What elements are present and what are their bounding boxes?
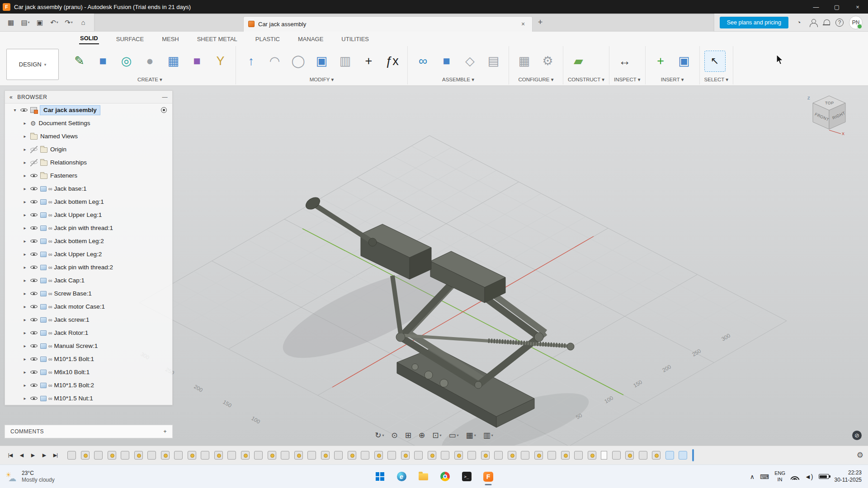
insert-image-icon[interactable]: ▣ — [674, 51, 695, 72]
minimize-panel-icon[interactable]: — — [162, 94, 168, 100]
browser-item[interactable]: ▸⚙Document Settings — [5, 117, 172, 130]
timeline-feature-icon[interactable] — [348, 451, 356, 460]
change-parameters-icon[interactable]: ƒx — [382, 51, 403, 72]
see-plans-button[interactable]: See plans and pricing — [720, 17, 788, 28]
notifications-icon[interactable] — [823, 19, 830, 26]
visibility-eye-icon[interactable] — [30, 238, 38, 245]
timeline-feature-icon[interactable] — [281, 451, 289, 460]
timeline-feature-icon[interactable] — [561, 451, 570, 460]
expand-arrow-icon[interactable]: ▸ — [22, 173, 28, 178]
extrude-icon[interactable]: ■ — [92, 51, 113, 72]
grid-settings-icon[interactable]: ▦▾ — [466, 431, 476, 440]
timeline-feature-icon[interactable] — [334, 451, 343, 460]
visibility-eye-icon[interactable] — [30, 159, 38, 166]
browser-item[interactable]: ▸∞Screw Base:1 — [5, 287, 172, 300]
expand-arrow-icon[interactable]: ▸ — [22, 370, 28, 375]
timeline-feature-icon[interactable] — [134, 451, 143, 460]
timeline-feature-icon[interactable] — [467, 451, 476, 460]
timeline-feature-icon[interactable] — [94, 451, 103, 460]
expand-arrow-icon[interactable]: ▸ — [22, 396, 28, 401]
visibility-eye-icon[interactable] — [30, 251, 38, 258]
orbit-icon[interactable]: ↻▾ — [375, 431, 384, 440]
go-to-start-button[interactable]: |◀ — [5, 452, 16, 458]
tray-chevron-icon[interactable]: ∧ — [750, 473, 755, 480]
visibility-eye-icon[interactable] — [30, 290, 38, 297]
document-tab[interactable]: Car jack assembly × — [243, 16, 533, 32]
new-tab-button[interactable]: + — [533, 15, 548, 30]
expand-arrow-icon[interactable]: ▸ — [22, 304, 28, 309]
file-explorer-icon[interactable] — [414, 468, 432, 486]
timeline-feature-icon[interactable] — [652, 451, 660, 460]
timeline-feature-icon[interactable] — [454, 451, 463, 460]
add-comment-icon[interactable]: + — [163, 428, 167, 435]
ribbon-group-label[interactable]: CREATE ▾ — [69, 75, 231, 83]
touch-keyboard-icon[interactable]: ⌨ — [760, 473, 769, 480]
visibility-eye-icon[interactable] — [30, 316, 38, 324]
timeline-feature-icon[interactable] — [241, 451, 250, 460]
browser-item[interactable]: ▸∞Jack Upper Leg:1 — [5, 208, 172, 221]
expand-arrow-icon[interactable]: ▸ — [22, 134, 28, 139]
timeline-feature-icon[interactable] — [574, 451, 583, 460]
pattern-icon[interactable]: ▦ — [163, 51, 184, 72]
save-icon[interactable]: ▣ — [33, 16, 46, 29]
visibility-eye-icon[interactable] — [20, 107, 28, 114]
move-copy-icon[interactable]: + — [358, 51, 379, 72]
weather-widget[interactable]: ☀☁ 23°C Mostly cloudy — [0, 470, 127, 483]
timeline-feature-icon[interactable] — [161, 451, 170, 460]
construct-plane-icon[interactable]: ▰ — [568, 51, 589, 72]
redo-icon[interactable]: ↷▾ — [62, 16, 75, 29]
timeline-feature-icon[interactable] — [227, 451, 236, 460]
create-sketch-icon[interactable]: ✎ — [69, 51, 90, 72]
split-body-icon[interactable]: ▥ — [335, 51, 356, 72]
visibility-eye-icon[interactable] — [30, 264, 38, 271]
terminal-icon[interactable]: >_ — [458, 468, 476, 486]
look-at-icon[interactable]: ⊙ — [392, 431, 398, 440]
edge-icon[interactable]: e — [392, 468, 410, 486]
offline-status-icon[interactable]: ⊘ — [852, 431, 862, 440]
visibility-eye-icon[interactable] — [30, 172, 38, 179]
timeline-feature-icon[interactable] — [401, 451, 410, 460]
expand-arrow-icon[interactable]: ▸ — [22, 357, 28, 361]
visibility-eye-icon[interactable] — [30, 343, 38, 350]
volume-icon[interactable]: ◄) — [805, 473, 813, 480]
expand-arrow-icon[interactable]: ▸ — [22, 265, 28, 270]
collapse-panel-icon[interactable]: « — [9, 94, 13, 100]
visibility-eye-icon[interactable] — [30, 303, 38, 310]
timeline-feature-icon[interactable] — [508, 451, 516, 460]
language-indicator[interactable]: ENG IN — [774, 470, 785, 482]
timeline-feature-icon[interactable] — [147, 451, 156, 460]
configure-table-icon[interactable]: ▦ — [514, 51, 535, 72]
timeline-feature-icon[interactable] — [588, 451, 596, 460]
activate-radio[interactable] — [161, 107, 167, 113]
timeline-feature-icon[interactable] — [321, 451, 330, 460]
timeline-feature-icon[interactable] — [534, 451, 543, 460]
timeline-feature-icon[interactable] — [639, 451, 647, 460]
timeline-feature-icon[interactable] — [67, 451, 76, 460]
expand-arrow-icon[interactable]: ▸ — [22, 212, 28, 217]
timeline-feature-icon[interactable] — [268, 451, 276, 460]
play-button[interactable]: ▶ — [27, 452, 38, 458]
model-3d[interactable] — [273, 195, 595, 446]
app-grid-icon[interactable]: ▦ — [5, 16, 17, 29]
ribbon-tab-sheet-metal[interactable]: SHEET METAL — [196, 34, 238, 44]
step-back-button[interactable]: ◀ — [16, 452, 27, 458]
browser-item[interactable]: ▸∞M10*1.5 Bolt:1 — [5, 352, 172, 366]
step-forward-button[interactable]: ▶ — [38, 452, 50, 458]
visibility-eye-icon[interactable] — [30, 395, 38, 402]
visibility-eye-icon[interactable] — [30, 185, 38, 192]
ribbon-tab-manage[interactable]: MANAGE — [297, 34, 324, 44]
visibility-eye-icon[interactable] — [30, 146, 38, 153]
new-component-icon[interactable]: ■ — [436, 51, 457, 72]
visibility-eye-icon[interactable] — [30, 211, 38, 219]
viewports-icon[interactable]: ▥▾ — [483, 431, 493, 440]
ribbon-group-label[interactable]: CONFIGURE ▾ — [514, 75, 558, 83]
ribbon-tab-surface[interactable]: SURFACE — [115, 34, 145, 44]
file-menu-icon[interactable]: ▤▾ — [19, 16, 32, 29]
ribbon-group-label[interactable]: ASSEMBLE ▾ — [412, 75, 504, 83]
timeline-feature-icon[interactable] — [201, 451, 209, 460]
ribbon-group-label[interactable]: INSERT ▾ — [650, 75, 695, 83]
design-workspace-selector[interactable]: DESIGN ▾ — [6, 49, 59, 80]
timeline-feature-icon[interactable] — [361, 451, 369, 460]
create-form-icon[interactable]: ■ — [186, 51, 208, 72]
expand-arrow-icon[interactable]: ▸ — [22, 278, 28, 283]
